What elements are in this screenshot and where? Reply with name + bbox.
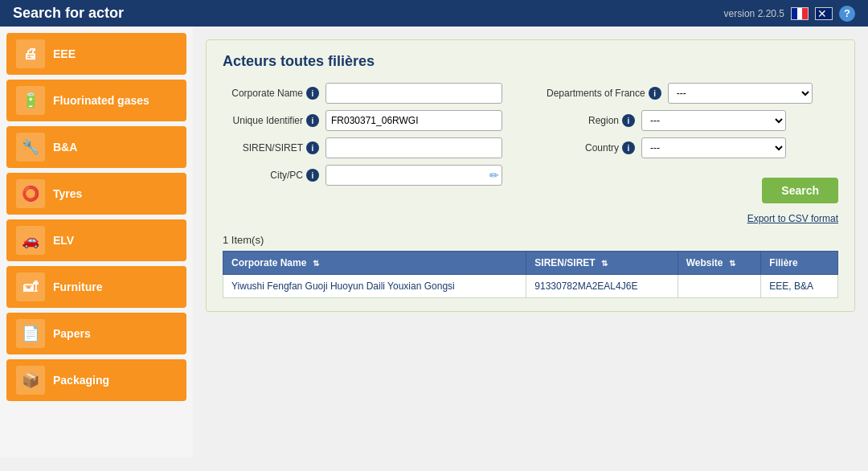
city-pc-info-icon[interactable]: i bbox=[306, 169, 319, 182]
form-right: Departments of France i --- Region i bbox=[547, 83, 838, 203]
sidebar-item-fluorinated-gases[interactable]: 🔋 Fluorinated gases bbox=[6, 80, 186, 121]
tyres-icon: ⭕ bbox=[16, 179, 45, 208]
siren-siret-label: SIREN/SIRET i bbox=[223, 141, 319, 154]
search-panel: Acteurs toutes filières Corporate Name i bbox=[206, 39, 855, 312]
region-select[interactable]: --- bbox=[641, 110, 786, 131]
corporate-name-label: Corporate Name i bbox=[223, 87, 319, 100]
td-corporate-name[interactable]: Yiwushi Fengfan Guoji Huoyun Daili Youxi… bbox=[223, 275, 526, 298]
sidebar-item-papers[interactable]: 📄 Papers bbox=[6, 313, 186, 354]
city-pc-input[interactable] bbox=[326, 165, 502, 186]
th-corporate-name[interactable]: Corporate Name ⇅ bbox=[223, 252, 526, 275]
search-button[interactable]: Search bbox=[762, 178, 838, 203]
export-row: Export to CSV format bbox=[223, 210, 838, 224]
search-btn-container: Search bbox=[547, 171, 838, 203]
country-row: Country i --- bbox=[547, 137, 838, 158]
dept-france-select[interactable]: --- bbox=[668, 83, 813, 104]
unique-identifier-row: Unique Identifier i bbox=[223, 110, 514, 131]
city-pc-edit-icon[interactable]: ✏ bbox=[489, 169, 499, 182]
region-info-icon[interactable]: i bbox=[622, 114, 635, 127]
corporate-name-input[interactable] bbox=[326, 83, 502, 104]
sidebar-item-elv[interactable]: 🚗 ELV bbox=[6, 219, 186, 261]
page-title: Search for actor bbox=[13, 5, 124, 22]
city-pc-row: City/PC i ✏ bbox=[223, 165, 514, 186]
td-website bbox=[678, 275, 761, 298]
country-select[interactable]: --- bbox=[641, 137, 786, 158]
sort-corporate-name-icon: ⇅ bbox=[313, 259, 319, 268]
results-table: Corporate Name ⇅ SIREN/SIRET ⇅ Website ⇅ bbox=[223, 251, 838, 298]
header-right: version 2.20.5 ? bbox=[724, 6, 855, 22]
country-label: Country i bbox=[547, 141, 635, 154]
header: Search for actor version 2.20.5 ? bbox=[0, 0, 868, 27]
fluorinated-icon: 🔋 bbox=[16, 86, 45, 115]
flag-fr-icon[interactable] bbox=[791, 7, 809, 20]
dept-france-row: Departments of France i --- bbox=[547, 83, 838, 104]
sidebar-item-papers-label: Papers bbox=[53, 327, 91, 340]
table-header-row: Corporate Name ⇅ SIREN/SIRET ⇅ Website ⇅ bbox=[223, 252, 838, 275]
sidebar: 🖨 EEE 🔋 Fluorinated gases 🔧 B&A ⭕ Tyres … bbox=[0, 27, 193, 457]
sidebar-item-ba-label: B&A bbox=[53, 141, 77, 154]
eee-icon: 🖨 bbox=[16, 39, 45, 68]
city-pc-input-wrapper: ✏ bbox=[326, 165, 502, 186]
unique-identifier-label: Unique Identifier i bbox=[223, 114, 319, 127]
sidebar-item-ba[interactable]: 🔧 B&A bbox=[6, 126, 186, 168]
sidebar-item-furniture[interactable]: 🛋 Furniture bbox=[6, 266, 186, 308]
th-siren-siret[interactable]: SIREN/SIRET ⇅ bbox=[526, 252, 678, 275]
corporate-name-row: Corporate Name i bbox=[223, 83, 514, 104]
td-filiere: EEE, B&A bbox=[761, 275, 838, 298]
panel-title: Acteurs toutes filières bbox=[223, 53, 838, 70]
region-label: Region i bbox=[547, 114, 635, 127]
sidebar-item-elv-label: ELV bbox=[53, 234, 74, 247]
papers-icon: 📄 bbox=[16, 319, 45, 348]
elv-icon: 🚗 bbox=[16, 226, 45, 255]
sidebar-item-tyres[interactable]: ⭕ Tyres bbox=[6, 173, 186, 215]
version-text: version 2.20.5 bbox=[724, 8, 784, 19]
country-info-icon[interactable]: i bbox=[622, 141, 635, 154]
content-area: Acteurs toutes filières Corporate Name i bbox=[193, 27, 868, 457]
ba-icon: 🔧 bbox=[16, 133, 45, 162]
results-section: 1 Item(s) Corporate Name ⇅ SIREN/SIRET ⇅ bbox=[223, 234, 838, 298]
packaging-icon: 📦 bbox=[16, 366, 45, 395]
sidebar-item-packaging-label: Packaging bbox=[53, 374, 109, 387]
sidebar-item-eee[interactable]: 🖨 EEE bbox=[6, 33, 186, 75]
form-left: Corporate Name i Unique Identifier i bbox=[223, 83, 514, 203]
siren-siret-row: SIREN/SIRET i bbox=[223, 137, 514, 158]
siren-siret-input[interactable] bbox=[326, 137, 502, 158]
city-pc-label: City/PC i bbox=[223, 169, 319, 182]
unique-identifier-input[interactable] bbox=[326, 110, 502, 131]
sidebar-item-packaging[interactable]: 📦 Packaging bbox=[6, 359, 186, 401]
td-siren-siret: 91330782MA2EAL4J6E bbox=[526, 275, 678, 298]
help-icon[interactable]: ? bbox=[839, 6, 855, 22]
dept-france-label: Departments of France i bbox=[547, 87, 661, 100]
sidebar-item-tyres-label: Tyres bbox=[53, 187, 82, 200]
export-csv-link[interactable]: Export to CSV format bbox=[747, 213, 838, 224]
sort-siren-icon: ⇅ bbox=[601, 259, 608, 268]
sidebar-item-fluorinated-label: Fluorinated gases bbox=[53, 94, 149, 107]
furniture-icon: 🛋 bbox=[16, 272, 45, 301]
main-layout: 🖨 EEE 🔋 Fluorinated gases 🔧 B&A ⭕ Tyres … bbox=[0, 27, 868, 457]
sort-website-icon: ⇅ bbox=[729, 259, 735, 268]
dept-france-info-icon[interactable]: i bbox=[649, 87, 661, 100]
th-website[interactable]: Website ⇅ bbox=[678, 252, 761, 275]
flag-uk-icon[interactable] bbox=[815, 7, 833, 20]
table-row: Yiwushi Fengfan Guoji Huoyun Daili Youxi… bbox=[223, 275, 838, 298]
results-count: 1 Item(s) bbox=[223, 234, 838, 246]
sidebar-item-furniture-label: Furniture bbox=[53, 281, 102, 293]
form-container: Corporate Name i Unique Identifier i bbox=[223, 83, 838, 203]
th-filiere[interactable]: Filière bbox=[761, 252, 838, 275]
region-row: Region i --- bbox=[547, 110, 838, 131]
corporate-name-info-icon[interactable]: i bbox=[306, 87, 319, 100]
unique-identifier-info-icon[interactable]: i bbox=[306, 114, 319, 127]
siren-siret-info-icon[interactable]: i bbox=[306, 141, 319, 154]
sidebar-item-eee-label: EEE bbox=[53, 47, 76, 60]
